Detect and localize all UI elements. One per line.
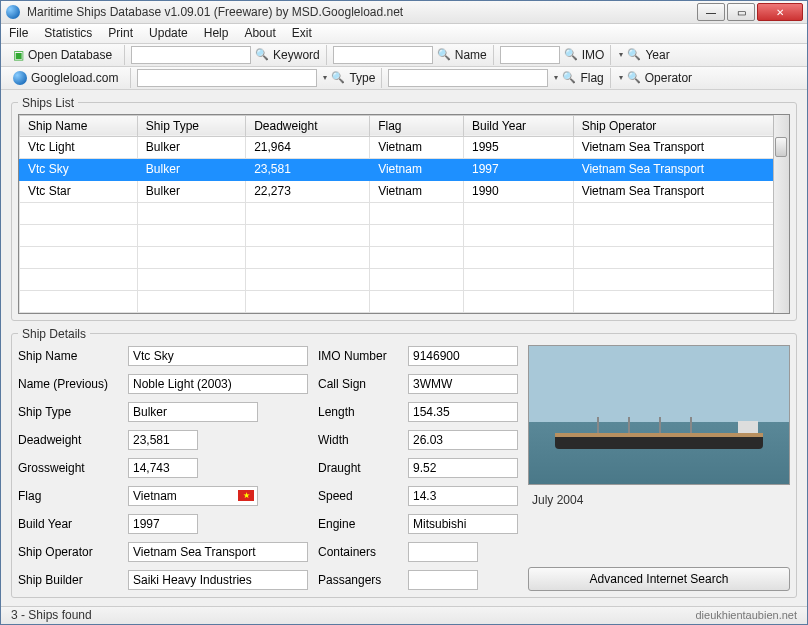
cell	[137, 202, 245, 224]
field-label: Draught	[318, 457, 398, 479]
chevron-down-icon[interactable]: ▾	[323, 73, 327, 82]
shipType-field[interactable]: Bulker	[128, 402, 258, 422]
field-label: Passangers	[318, 569, 398, 591]
globe-icon	[13, 71, 27, 85]
cell	[464, 224, 574, 246]
cell: 22,273	[246, 180, 370, 202]
chevron-down-icon[interactable]: ▾	[554, 73, 558, 82]
passengers-field[interactable]	[408, 570, 478, 590]
operator-field[interactable]: Vietnam Sea Transport	[128, 542, 308, 562]
cell	[137, 224, 245, 246]
toolbar-2: Googleload.com ▾ 🔍Type ▾ 🔍Flag ▾ 🔍Operat…	[1, 67, 807, 90]
engine-field[interactable]: Mitsubishi	[408, 514, 518, 534]
status-text: 3 - Ships found	[11, 608, 92, 622]
field-label: Ship Operator	[18, 541, 118, 563]
field-label: Ship Builder	[18, 569, 118, 591]
table-row[interactable]	[20, 268, 789, 290]
table-row[interactable]: Vtc StarBulker22,273Vietnam1990Vietnam S…	[20, 180, 789, 202]
builder-field[interactable]: Saiki Heavy Industries	[128, 570, 308, 590]
cell: 21,964	[246, 136, 370, 158]
col-header[interactable]: Ship Type	[137, 115, 245, 136]
cell	[370, 290, 464, 312]
field-label: Engine	[318, 513, 398, 535]
cell: Vtc Light	[20, 136, 138, 158]
ships-list-legend: Ships List	[18, 96, 78, 110]
menu-file[interactable]: File	[9, 26, 28, 40]
col-header[interactable]: Flag	[370, 115, 464, 136]
minimize-button[interactable]: —	[697, 3, 725, 21]
advanced-search-button[interactable]: Advanced Internet Search	[528, 567, 790, 591]
table-row[interactable]	[20, 290, 789, 312]
flag-dropdown[interactable]	[388, 69, 548, 87]
col-header[interactable]: Build Year	[464, 115, 574, 136]
open-database-button[interactable]: ▣Open Database	[7, 46, 118, 64]
callsign-field[interactable]: 3WMW	[408, 374, 518, 394]
type-dropdown[interactable]	[137, 69, 317, 87]
menu-help[interactable]: Help	[204, 26, 229, 40]
dwt-field[interactable]: 23,581	[128, 430, 198, 450]
table-row[interactable]	[20, 202, 789, 224]
cell	[370, 246, 464, 268]
cell: Bulker	[137, 158, 245, 180]
chevron-down-icon[interactable]: ▾	[619, 73, 623, 82]
field-label: Call Sign	[318, 373, 398, 395]
containers-field[interactable]	[408, 542, 478, 562]
length-field[interactable]: 154.35	[408, 402, 518, 422]
cell	[246, 246, 370, 268]
menu-about[interactable]: About	[244, 26, 275, 40]
imo-field[interactable]: 9146900	[408, 346, 518, 366]
table-row[interactable]: Vtc LightBulker21,964Vietnam1995Vietnam …	[20, 136, 789, 158]
menu-print[interactable]: Print	[108, 26, 133, 40]
menu-exit[interactable]: Exit	[292, 26, 312, 40]
draught-field[interactable]: 9.52	[408, 458, 518, 478]
scrollbar[interactable]	[773, 115, 789, 313]
field-label: Deadweight	[18, 429, 118, 451]
cell	[573, 290, 788, 312]
search-icon: 🔍	[627, 48, 641, 61]
name-input[interactable]	[333, 46, 433, 64]
main-window: Maritime Ships Database v1.09.01 (Freewa…	[0, 0, 808, 625]
search-icon: 🔍	[331, 71, 345, 84]
field-label: Ship Type	[18, 401, 118, 423]
cell	[137, 290, 245, 312]
close-button[interactable]: ✕	[757, 3, 803, 21]
site-link[interactable]: Googleload.com	[7, 69, 124, 87]
col-header[interactable]: Deadweight	[246, 115, 370, 136]
menu-update[interactable]: Update	[149, 26, 188, 40]
maximize-button[interactable]: ▭	[727, 3, 755, 21]
cell	[137, 268, 245, 290]
cell: 1995	[464, 136, 574, 158]
cell	[573, 224, 788, 246]
gwt-field[interactable]: 14,743	[128, 458, 198, 478]
col-header[interactable]: Ship Operator	[573, 115, 788, 136]
cell	[246, 202, 370, 224]
keyword-label: Keyword	[273, 48, 320, 62]
speed-field[interactable]: 14.3	[408, 486, 518, 506]
open-icon: ▣	[13, 48, 24, 62]
cell	[246, 290, 370, 312]
field-label: Length	[318, 401, 398, 423]
cell	[464, 202, 574, 224]
cell: Vietnam Sea Transport	[573, 158, 788, 180]
col-header[interactable]: Ship Name	[20, 115, 138, 136]
prevName-field[interactable]: Noble Light (2003)	[128, 374, 308, 394]
flag-field[interactable]: Vietnam★	[128, 486, 258, 506]
imo-input[interactable]	[500, 46, 560, 64]
cell: 1990	[464, 180, 574, 202]
width-field[interactable]: 26.03	[408, 430, 518, 450]
table-row[interactable]: Vtc SkyBulker23,581Vietnam1997Vietnam Se…	[20, 158, 789, 180]
flag-label: Flag	[580, 71, 603, 85]
menubar: File Statistics Print Update Help About …	[1, 24, 807, 44]
keyword-input[interactable]	[131, 46, 251, 64]
table-row[interactable]	[20, 246, 789, 268]
menu-statistics[interactable]: Statistics	[44, 26, 92, 40]
table-row[interactable]	[20, 224, 789, 246]
year-field[interactable]: 1997	[128, 514, 198, 534]
chevron-down-icon[interactable]: ▾	[619, 50, 623, 59]
cell: Vietnam	[370, 158, 464, 180]
scrollbar-thumb[interactable]	[775, 137, 787, 157]
search-icon: 🔍	[627, 71, 641, 84]
cell	[370, 268, 464, 290]
ship-photo	[528, 345, 790, 485]
shipName-field[interactable]: Vtc Sky	[128, 346, 308, 366]
